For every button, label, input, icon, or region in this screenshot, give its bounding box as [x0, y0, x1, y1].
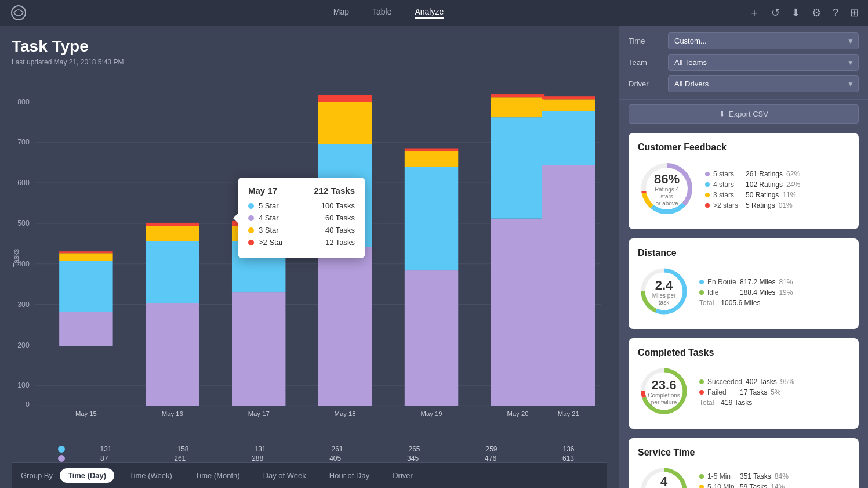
groupby-time-day[interactable]: Time (Day)	[60, 468, 114, 483]
add-icon[interactable]: ＋	[749, 6, 760, 20]
svg-rect-42	[405, 151, 458, 167]
export-csv-button[interactable]: ⬇ Export CSV	[629, 104, 859, 124]
svc-5-10min-row: 5-10 Min 59 Tasks 14%	[699, 483, 789, 488]
feedback-4star-dot	[705, 182, 710, 187]
nav-table[interactable]: Table	[372, 7, 391, 19]
svg-rect-31	[232, 241, 285, 292]
svg-rect-32	[232, 226, 285, 241]
svg-text:300: 300	[17, 301, 30, 309]
time-select-wrap: Custom... ▼	[668, 32, 859, 49]
svc-1-5min-row: 1-5 Min 351 Tasks 84%	[699, 472, 789, 480]
driver-control-row: Driver All Drivers ▼	[629, 75, 859, 92]
svg-rect-30	[232, 292, 285, 406]
bar-chart: 800 700 600 500 400 300 200 100 0 Tasks	[12, 73, 607, 443]
svg-rect-25	[146, 303, 199, 406]
customer-feedback-body: 86% Ratings 4 starsor above 5 stars 261 …	[638, 160, 849, 220]
svg-rect-33	[232, 221, 285, 226]
svg-text:May 17: May 17	[248, 410, 270, 417]
groupby-time-week[interactable]: Time (Week)	[121, 468, 180, 483]
feedback-4star-row: 4 stars 102 Ratings 24%	[705, 180, 800, 189]
svc-1-5min-dot	[699, 474, 704, 479]
service-time-legend: 1-5 Min 351 Tasks 84% 5-10 Min 59 Tasks …	[699, 472, 789, 488]
svg-text:800: 800	[17, 98, 30, 106]
chart-svg: 800 700 600 500 400 300 200 100 0 Tasks	[12, 73, 607, 443]
distance-enroute-dot	[699, 280, 704, 284]
refresh-icon[interactable]: ↺	[771, 6, 780, 19]
team-select[interactable]: All Teams	[668, 54, 859, 71]
completed-tasks-body: 23.6 Completionsper failure Succeeded 40…	[638, 365, 849, 420]
group-by-label: Group By	[21, 471, 53, 480]
svc-5-10min-dot	[699, 485, 704, 488]
help-icon[interactable]: ?	[833, 7, 838, 19]
feedback-3star-dot	[705, 193, 710, 197]
chart-area: Task Type Last updated May 21, 2018 5:43…	[0, 26, 619, 488]
svg-text:May 19: May 19	[421, 410, 442, 417]
svg-rect-21	[59, 261, 112, 312]
nav-map[interactable]: Map	[333, 7, 349, 19]
row1-values: 131 158 131 261 265 259 136	[67, 445, 607, 453]
logo[interactable]	[9, 3, 28, 22]
distance-enroute-row: En Route 817.2 Miles 81%	[699, 278, 793, 286]
svg-text:100: 100	[17, 381, 30, 389]
main-content: Task Type Last updated May 21, 2018 5:43…	[0, 26, 868, 488]
service-time-card: Service Time 4 Minutes pertask	[629, 438, 859, 488]
svg-rect-45	[491, 219, 544, 406]
team-control-row: Team All Teams ▼	[629, 54, 859, 71]
svg-text:500: 500	[17, 219, 30, 227]
svg-rect-26	[146, 241, 199, 303]
driver-label: Driver	[629, 79, 663, 88]
driver-select[interactable]: All Drivers	[668, 75, 859, 92]
top-nav: Map Table Analyze ＋ ↺ ⬇ ⚙ ? ⊞	[0, 0, 868, 26]
succeeded-dot	[699, 379, 704, 384]
user-icon[interactable]: ⊞	[850, 6, 859, 19]
svg-rect-43	[405, 149, 458, 151]
svg-rect-47	[491, 97, 544, 117]
customer-feedback-legend: 5 stars 261 Ratings 62% 4 stars 102 Rati…	[705, 170, 800, 209]
groupby-hour-of-day[interactable]: Hour of Day	[321, 468, 377, 483]
completed-tasks-card: Completed Tasks 23.6 Completionsper fail…	[629, 338, 859, 429]
export-icon: ⬇	[719, 110, 725, 118]
svg-text:200: 200	[17, 341, 30, 349]
svg-rect-52	[542, 99, 595, 111]
time-select[interactable]: Custom...	[668, 32, 859, 49]
distance-idle-row: Idle 188.4 Miles 19%	[699, 288, 793, 297]
download-icon[interactable]: ⬇	[791, 6, 800, 19]
svg-rect-27	[146, 226, 199, 241]
svg-rect-50	[542, 165, 595, 406]
svg-rect-23	[59, 251, 112, 253]
svg-rect-22	[59, 253, 112, 261]
svg-rect-35	[318, 247, 372, 406]
nav-links: Map Table Analyze	[28, 7, 749, 19]
groupby-day-of-week[interactable]: Day of Week	[255, 468, 314, 483]
customer-feedback-center: 86% Ratings 4 starsor above	[652, 172, 681, 207]
failed-dot	[699, 390, 704, 395]
groupby-driver[interactable]: Driver	[384, 468, 421, 483]
page-title: Task Type	[12, 37, 607, 56]
svg-rect-28	[146, 223, 199, 226]
distance-legend: En Route 817.2 Miles 81% Idle 188.4 Mile…	[699, 278, 793, 307]
right-sidebar: Time Custom... ▼ Team All Teams ▼	[619, 26, 868, 488]
customer-feedback-donut: 86% Ratings 4 starsor above	[638, 160, 696, 220]
feedback-5star-dot	[705, 172, 710, 176]
svg-text:Tasks: Tasks	[12, 249, 20, 267]
feedback-5star-row: 5 stars 261 Ratings 62%	[705, 170, 800, 178]
distance-center: 2.4 Miles pertask	[652, 279, 676, 306]
sidebar-controls: Time Custom... ▼ Team All Teams ▼	[619, 26, 868, 100]
nav-analyze[interactable]: Analyze	[415, 7, 444, 19]
last-updated: Last updated May 21, 2018 5:43 PM	[12, 58, 607, 66]
time-control-row: Time Custom... ▼	[629, 32, 859, 49]
completed-total-row: Total 419 Tasks	[699, 399, 794, 407]
feedback-2star-dot	[705, 203, 710, 208]
customer-feedback-card: Customer Feedback	[629, 133, 859, 229]
blue-legend-dot	[58, 446, 65, 453]
team-select-wrap: All Teams ▼	[668, 54, 859, 71]
distance-card: Distance 2.4 Miles pertask	[629, 238, 859, 329]
groupby-time-month[interactable]: Time (Month)	[187, 468, 248, 483]
svg-text:700: 700	[17, 138, 30, 146]
row2-values: 87 261 288 405 345 476 613	[67, 454, 607, 462]
service-time-center: 4 Minutes pertask	[651, 475, 677, 488]
settings-icon[interactable]: ⚙	[812, 6, 821, 19]
svg-rect-41	[405, 167, 458, 270]
succeeded-row: Succeeded 402 Tasks 95%	[699, 378, 794, 386]
svg-rect-40	[405, 270, 458, 406]
